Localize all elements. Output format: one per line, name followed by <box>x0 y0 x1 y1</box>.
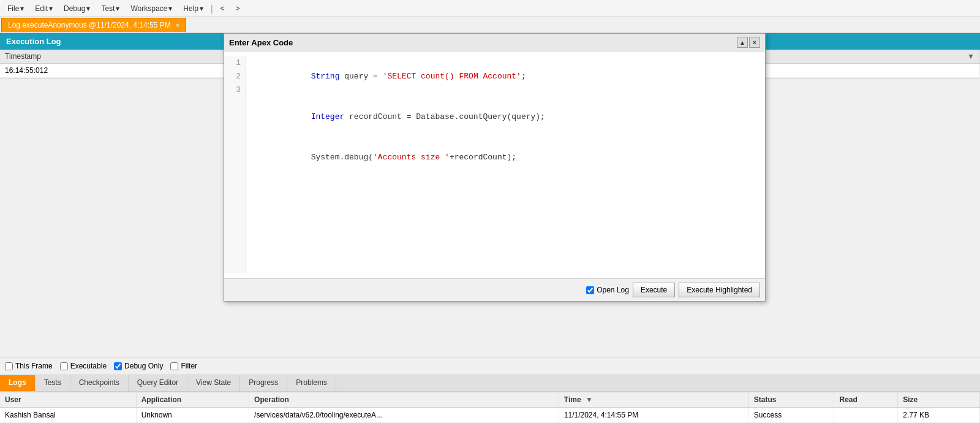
logs-col-time[interactable]: Time ▼ <box>559 392 748 408</box>
nav-forward[interactable]: > <box>231 2 245 15</box>
logs-table-container: User Application Operation Time ▼ <box>0 392 980 423</box>
menu-debug[interactable]: Debug ▾ <box>59 2 95 15</box>
logs-col-application: Application <box>136 392 249 408</box>
open-log-checkbox[interactable] <box>586 286 594 294</box>
this-frame-checkbox[interactable] <box>5 362 13 370</box>
debug-only-checkbox[interactable] <box>114 362 122 370</box>
execute-button[interactable]: Execute <box>633 283 675 297</box>
executable-checkbox-label[interactable]: Executable <box>60 362 107 370</box>
apex-dialog-titlebar: Enter Apex Code ▲ × <box>224 34 765 51</box>
menu-bar: File ▾ Edit ▾ Debug ▾ Test ▾ Workspace ▾… <box>0 0 980 17</box>
menu-edit[interactable]: Edit ▾ <box>30 2 58 15</box>
code-lines[interactable]: String query = 'SELECT count() FROM Acco… <box>246 56 765 273</box>
dialog-minimize-btn[interactable]: ▲ <box>737 37 748 48</box>
debug-only-checkbox-label[interactable]: Debug Only <box>114 362 163 370</box>
menu-help[interactable]: Help ▾ <box>178 2 208 15</box>
bottom-section: Logs Tests Checkpoints Query Editor View… <box>0 375 980 423</box>
open-log-checkbox-label[interactable]: Open Log <box>586 286 629 294</box>
log-tab-bar: Log executeAnonymous @11/1/2024, 4:14:55… <box>0 17 980 33</box>
sort-arrow-time: ▼ <box>586 395 593 404</box>
log-tab-close[interactable]: × <box>176 21 179 29</box>
apex-dialog-title: Enter Apex Code <box>229 38 293 47</box>
bottom-tabs-bar: Logs Tests Checkpoints Query Editor View… <box>0 375 980 392</box>
nav-back[interactable]: < <box>216 2 230 15</box>
logs-time: 11/1/2024, 4:14:55 PM <box>559 408 748 423</box>
logs-application: Unknown <box>136 408 249 423</box>
apex-dialog-footer: Open Log Execute Execute Highlighted <box>224 278 765 301</box>
tab-progress[interactable]: Progress <box>240 375 287 391</box>
logs-operation: /services/data/v62.0/tooling/executeA... <box>249 408 559 423</box>
col-timestamp: Timestamp <box>0 50 238 64</box>
line-numbers: 1 2 3 <box>224 56 246 273</box>
exec-timestamp: 16:14:55:012 <box>0 64 238 78</box>
filter-checkbox[interactable] <box>170 362 178 370</box>
tab-checkpoints[interactable]: Checkpoints <box>70 375 129 391</box>
filter-icon[interactable]: ▼ <box>967 52 974 61</box>
execute-highlighted-button[interactable]: Execute Highlighted <box>679 283 760 297</box>
log-tab[interactable]: Log executeAnonymous @11/1/2024, 4:14:55… <box>1 18 186 32</box>
code-line-3: System.debug('Accounts size '+recordCoun… <box>254 137 758 178</box>
logs-status: Success <box>748 408 834 423</box>
logs-col-operation: Operation <box>249 392 559 408</box>
menu-file[interactable]: File ▾ <box>2 2 29 15</box>
logs-size: 2.77 KB <box>898 408 980 423</box>
tab-query-editor[interactable]: Query Editor <box>129 375 187 391</box>
table-row: Kashish Bansal Unknown /services/data/v6… <box>0 408 980 423</box>
apex-code-dialog: Enter Apex Code ▲ × 1 2 3 <box>224 33 766 302</box>
tab-problems[interactable]: Problems <box>287 375 336 391</box>
logs-table: User Application Operation Time ▼ <box>0 392 980 423</box>
menu-workspace[interactable]: Workspace ▾ <box>126 2 177 15</box>
this-frame-checkbox-label[interactable]: This Frame <box>5 362 53 370</box>
logs-col-size: Size <box>898 392 980 408</box>
dialog-close-btn[interactable]: × <box>749 37 760 48</box>
apex-code-editor[interactable]: 1 2 3 String query = 'SELECT count() FRO… <box>224 51 765 278</box>
bottom-checkboxes-bar: This Frame Executable Debug Only Filter <box>0 357 980 375</box>
tab-tests[interactable]: Tests <box>36 375 70 391</box>
tab-logs[interactable]: Logs <box>0 375 36 391</box>
logs-col-read: Read <box>834 392 898 408</box>
menu-test[interactable]: Test ▾ <box>96 2 124 15</box>
code-line-2: Integer recordCount = Database.countQuer… <box>254 97 758 137</box>
executable-checkbox[interactable] <box>60 362 68 370</box>
logs-col-user: User <box>0 392 136 408</box>
logs-user: Kashish Bansal <box>0 408 136 423</box>
filter-checkbox-label[interactable]: Filter <box>170 362 197 370</box>
logs-read <box>834 408 898 423</box>
logs-col-status: Status <box>748 392 834 408</box>
tab-view-state[interactable]: View State <box>187 375 240 391</box>
code-line-1: String query = 'SELECT count() FROM Acco… <box>254 56 758 97</box>
